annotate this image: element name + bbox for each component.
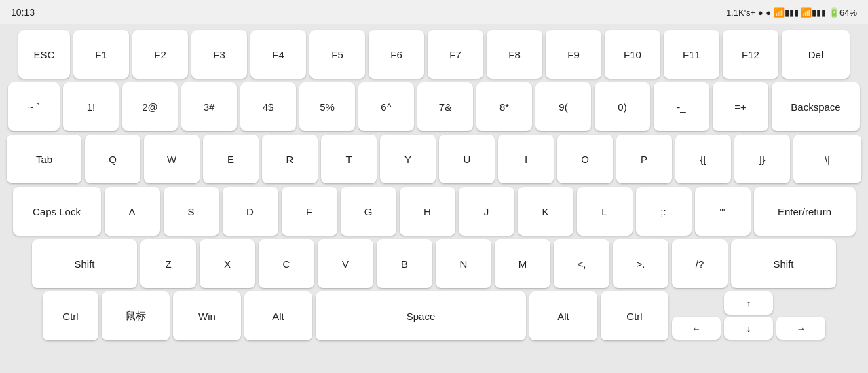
key-k[interactable]: K <box>518 187 573 236</box>
key-7[interactable]: 7& <box>417 82 473 131</box>
key-i[interactable]: I <box>498 135 554 183</box>
key-p[interactable]: P <box>616 135 672 183</box>
key-shift-left[interactable]: Shift <box>32 239 137 288</box>
key-tab[interactable]: Tab <box>7 135 81 183</box>
key-1[interactable]: 1! <box>63 82 119 131</box>
key-l[interactable]: L <box>577 187 633 236</box>
key-2[interactable]: 2@ <box>122 82 178 131</box>
arrow-bottom-row: ← ↓ → <box>672 317 825 340</box>
key-arrow-up[interactable]: ↑ <box>724 291 773 315</box>
key-f2[interactable]: F2 <box>132 30 188 79</box>
key-9[interactable]: 9( <box>535 82 591 131</box>
key-h[interactable]: H <box>400 187 455 236</box>
key-lbracket[interactable]: {[ <box>675 135 731 183</box>
key-m[interactable]: M <box>495 239 550 288</box>
key-quote[interactable]: "' <box>695 187 751 236</box>
key-f12[interactable]: F12 <box>723 30 778 79</box>
row-fn: ESC F1 F2 F3 F4 F5 F6 F7 F8 F9 F10 F11 F… <box>4 30 864 79</box>
key-u[interactable]: U <box>439 135 495 183</box>
key-enter[interactable]: Enter/return <box>754 187 856 236</box>
status-info: 1.1K's+ ● ● 📶▮▮▮ 📶▮▮▮ 🔋64% <box>726 7 857 18</box>
row-num: ~ ` 1! 2@ 3# 4$ 5% 6^ 7& 8* 9( 0) -_ =+ … <box>4 82 864 131</box>
arrow-top-row: ↑ <box>672 291 825 315</box>
key-slash[interactable]: /? <box>672 239 728 288</box>
key-j[interactable]: J <box>459 187 514 236</box>
key-arrow-right[interactable]: → <box>776 317 825 340</box>
arrow-key-group: ↑ ← ↓ → <box>672 291 825 340</box>
key-d[interactable]: D <box>223 187 278 236</box>
key-x[interactable]: X <box>200 239 255 288</box>
status-time: 10:13 <box>11 7 35 18</box>
key-a[interactable]: A <box>105 187 160 236</box>
key-f1[interactable]: F1 <box>73 30 129 79</box>
key-space[interactable]: Space <box>316 291 526 340</box>
key-v[interactable]: V <box>318 239 373 288</box>
key-f8[interactable]: F8 <box>487 30 542 79</box>
row-tab: Tab Q W E R T Y U I O P {[ ]} \| <box>4 135 864 183</box>
key-r[interactable]: R <box>262 135 318 183</box>
key-comma[interactable]: <, <box>554 239 609 288</box>
key-f[interactable]: F <box>282 187 337 236</box>
key-0[interactable]: 0) <box>595 82 650 131</box>
key-f6[interactable]: F6 <box>369 30 424 79</box>
key-t[interactable]: T <box>321 135 377 183</box>
key-caps-lock[interactable]: Caps Lock <box>13 187 101 236</box>
key-arrow-left[interactable]: ← <box>672 317 721 340</box>
key-f10[interactable]: F10 <box>605 30 660 79</box>
key-z[interactable]: Z <box>140 239 196 288</box>
key-f7[interactable]: F7 <box>428 30 483 79</box>
status-bar: 10:13 1.1K's+ ● ● 📶▮▮▮ 📶▮▮▮ 🔋64% <box>0 0 868 24</box>
key-rbracket[interactable]: ]} <box>734 135 790 183</box>
key-g[interactable]: G <box>341 187 396 236</box>
row-bottom: Ctrl 鼠标 Win Alt Space Alt Ctrl ↑ ← ↓ → <box>4 291 864 340</box>
key-f9[interactable]: F9 <box>546 30 601 79</box>
key-5[interactable]: 5% <box>299 82 355 131</box>
key-alt-left[interactable]: Alt <box>244 291 312 340</box>
key-ctrl-left[interactable]: Ctrl <box>43 291 98 340</box>
key-shift-right[interactable]: Shift <box>731 239 836 288</box>
key-8[interactable]: 8* <box>476 82 532 131</box>
key-3[interactable]: 3# <box>181 82 237 131</box>
key-f11[interactable]: F11 <box>664 30 719 79</box>
key-minus[interactable]: -_ <box>654 82 709 131</box>
key-s[interactable]: S <box>164 187 219 236</box>
key-del[interactable]: Del <box>782 30 850 79</box>
key-ctrl-right[interactable]: Ctrl <box>601 291 668 340</box>
key-f4[interactable]: F4 <box>250 30 306 79</box>
key-6[interactable]: 6^ <box>358 82 414 131</box>
key-e[interactable]: E <box>203 135 259 183</box>
key-b[interactable]: B <box>377 239 432 288</box>
key-w[interactable]: W <box>144 135 200 183</box>
key-mouse[interactable]: 鼠标 <box>102 291 170 340</box>
key-esc[interactable]: ESC <box>18 30 70 79</box>
key-n[interactable]: N <box>436 239 491 288</box>
key-backslash[interactable]: \| <box>793 135 861 183</box>
keyboard: ESC F1 F2 F3 F4 F5 F6 F7 F8 F9 F10 F11 F… <box>0 24 868 373</box>
row-shift: Shift Z X C V B N M <, >. /? Shift <box>4 239 864 288</box>
row-caps: Caps Lock A S D F G H J K L ;: "' Enter/… <box>4 187 864 236</box>
key-equals[interactable]: =+ <box>713 82 768 131</box>
key-4[interactable]: 4$ <box>240 82 296 131</box>
key-q[interactable]: Q <box>85 135 140 183</box>
key-alt-right[interactable]: Alt <box>529 291 597 340</box>
key-backspace[interactable]: Backspace <box>772 82 860 131</box>
key-y[interactable]: Y <box>380 135 436 183</box>
status-right: 1.1K's+ ● ● 📶▮▮▮ 📶▮▮▮ 🔋64% <box>726 7 857 18</box>
key-o[interactable]: O <box>557 135 613 183</box>
key-period[interactable]: >. <box>613 239 668 288</box>
key-arrow-down[interactable]: ↓ <box>724 317 773 340</box>
key-f5[interactable]: F5 <box>309 30 365 79</box>
key-f3[interactable]: F3 <box>191 30 247 79</box>
key-backtick[interactable]: ~ ` <box>8 82 60 131</box>
key-c[interactable]: C <box>259 239 314 288</box>
key-win[interactable]: Win <box>173 291 241 340</box>
key-semicolon[interactable]: ;: <box>636 187 692 236</box>
